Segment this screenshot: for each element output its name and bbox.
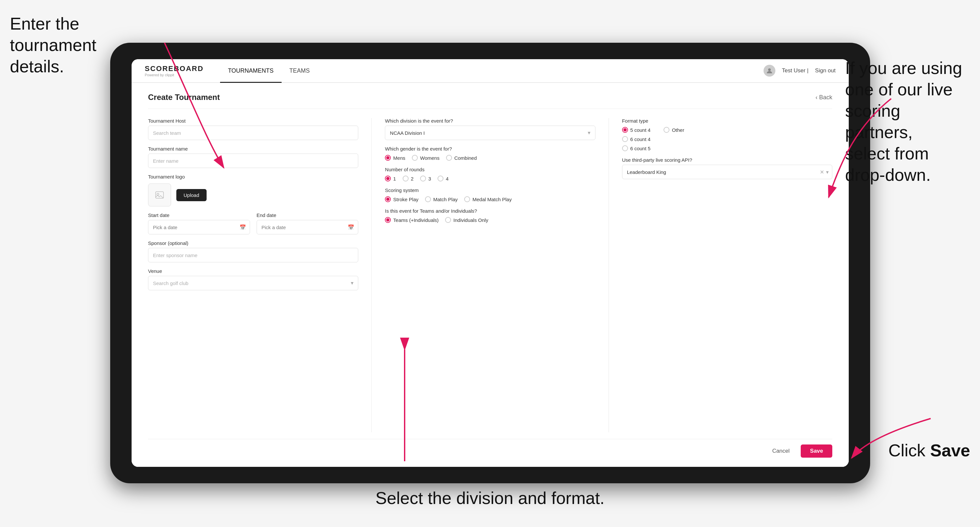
format-options: 5 count 4 Other 6 count 4 [622,127,832,151]
tournament-name-group: Tournament name [148,146,358,168]
rounds-3-radio[interactable] [420,176,426,181]
nav-tournaments[interactable]: TOURNAMENTS [220,60,282,83]
format-6count5-radio[interactable] [622,145,628,151]
live-scoring-group: Use third-party live scoring API? Leader… [622,157,832,179]
gender-combined-radio[interactable] [446,155,452,161]
form-col-3: Format type 5 count 4 Other [622,118,832,432]
rounds-1-radio[interactable] [385,176,391,181]
format-other[interactable]: Other [663,127,684,133]
end-date-wrapper: 📅 [256,220,359,234]
rounds-1[interactable]: 1 [385,176,396,181]
format-6count4-radio[interactable] [622,136,628,142]
annotation-bottom-center: Select the division and format. [375,487,605,509]
main-nav: TOURNAMENTS TEAMS [220,59,318,82]
form-col-1: Tournament Host Tournament name Tourname… [148,118,358,432]
format-row-1: 5 count 4 Other [622,127,832,133]
individuals-only-radio[interactable] [445,217,451,223]
form-header: Create Tournament ‹ Back [148,93,832,109]
gender-mens-radio[interactable] [385,155,391,161]
gender-label: Which gender is the event for? [385,146,595,152]
logo-placeholder [148,183,171,206]
gender-womens[interactable]: Womens [412,155,439,161]
gender-group: Which gender is the event for? Mens Wome… [385,146,595,161]
upload-button[interactable]: Upload [176,189,207,201]
clear-icon[interactable]: ✕ [820,169,824,175]
scoring-stroke[interactable]: Stroke Play [385,196,418,202]
live-scoring-label: Use third-party live scoring API? [622,157,832,163]
scoring-radio-group: Stroke Play Match Play Medal Match Play [385,196,595,202]
start-date-icon: 📅 [240,224,246,230]
scoring-medal-match-radio[interactable] [464,196,470,202]
form-columns: Tournament Host Tournament name Tourname… [148,118,832,432]
form-footer: Cancel Save [148,439,832,460]
rounds-2[interactable]: 2 [402,176,414,181]
venue-label: Venue [148,268,358,274]
live-scoring-select[interactable]: Leaderboard King ✕ ▾ [622,165,832,179]
division-select[interactable]: NCAA Division I [385,125,595,140]
powered-by-text: Powered by clippit [145,73,204,77]
venue-group: Venue ▼ [148,268,358,290]
logo-upload-area: Upload [148,183,358,206]
user-name: Test User | [782,67,808,74]
gender-mens[interactable]: Mens [385,155,405,161]
scoring-match-radio[interactable] [425,196,431,202]
end-date-input[interactable] [256,220,359,234]
division-label: Which division is the event for? [385,118,595,124]
gender-womens-radio[interactable] [412,155,418,161]
format-other-radio[interactable] [663,127,670,133]
annotation-top-right: If you are using one of our live scoring… [845,57,970,186]
end-date-icon: 📅 [348,224,354,230]
scoring-medal-match[interactable]: Medal Match Play [464,196,512,202]
gender-combined[interactable]: Combined [446,155,477,161]
save-button[interactable]: Save [801,444,832,458]
venue-dropdown-icon: ▼ [350,281,354,286]
form-container: Create Tournament ‹ Back Tournament Host [132,83,849,467]
sponsor-label: Sponsor (optional) [148,240,358,246]
navbar: SCOREBOARD Powered by clippit TOURNAMENT… [132,59,849,83]
sign-out-link[interactable]: Sign out [815,67,835,74]
rounds-4-radio[interactable] [438,176,444,181]
rounds-label: Number of rounds [385,167,595,172]
division-group: Which division is the event for? NCAA Di… [385,118,595,140]
sponsor-input[interactable] [148,248,358,262]
teams-group: Is this event for Teams and/or Individua… [385,208,595,223]
tournament-host-input[interactable] [148,125,358,140]
format-5count4[interactable]: 5 count 4 [622,127,651,133]
format-type-label: Format type [622,118,832,124]
scoring-label: Scoring system [385,187,595,193]
scoring-match[interactable]: Match Play [425,196,458,202]
start-date-input[interactable] [148,220,250,234]
nav-teams[interactable]: TEAMS [282,60,318,83]
start-date-group: Start date 📅 [148,213,250,234]
tablet-screen: SCOREBOARD Powered by clippit TOURNAMENT… [132,59,849,467]
tag-actions: ✕ ▾ [820,169,829,175]
sponsor-group: Sponsor (optional) [148,240,358,262]
rounds-2-radio[interactable] [402,176,409,181]
teams-plus-individuals[interactable]: Teams (+Individuals) [385,217,439,223]
individuals-only[interactable]: Individuals Only [445,217,488,223]
venue-input[interactable] [148,276,358,290]
venue-select-wrapper: ▼ [148,276,358,290]
date-fields: Start date 📅 End date 📅 [148,213,358,234]
tournament-name-input[interactable] [148,154,358,168]
rounds-radio-group: 1 2 3 [385,176,595,181]
chevron-down-icon[interactable]: ▾ [826,169,829,175]
format-5count4-radio[interactable] [622,127,628,133]
teams-radio-group: Teams (+Individuals) Individuals Only [385,217,595,223]
cancel-button[interactable]: Cancel [765,444,796,458]
scoring-stroke-radio[interactable] [385,196,391,202]
teams-plus-radio[interactable] [385,217,391,223]
end-date-group: End date 📅 [256,213,359,234]
rounds-group: Number of rounds 1 2 [385,167,595,181]
rounds-4[interactable]: 4 [438,176,449,181]
tournament-logo-group: Tournament logo Upload [148,174,358,206]
rounds-3[interactable]: 3 [420,176,431,181]
back-link[interactable]: ‹ Back [816,94,832,101]
end-date-label: End date [256,213,359,218]
tournament-name-label: Tournament name [148,146,358,152]
form-col-2: Which division is the event for? NCAA Di… [385,118,595,432]
annotation-bottom-right: Click Save [888,440,970,461]
avatar [764,65,775,76]
format-6count5[interactable]: 6 count 5 [622,145,832,151]
format-6count4[interactable]: 6 count 4 [622,136,832,142]
